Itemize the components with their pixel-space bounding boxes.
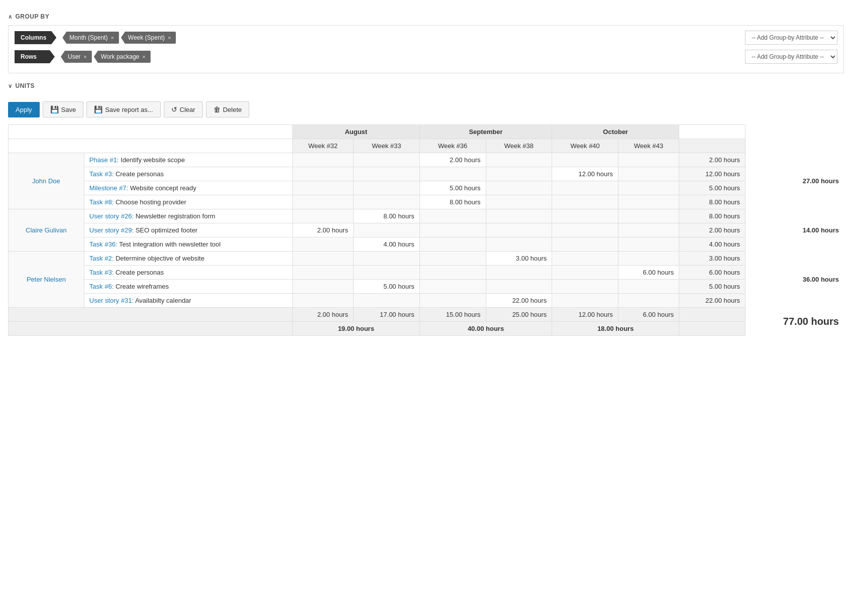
value-cell bbox=[486, 167, 552, 181]
week-header-row: Week #32 Week #33 Week #36 Week #38 Week… bbox=[9, 139, 844, 153]
columns-tag-list: Month (Spent) × Week (Spent) × bbox=[56, 32, 745, 44]
month-header-row: August September October bbox=[9, 125, 844, 139]
value-cell bbox=[552, 195, 618, 209]
columns-label: Columns bbox=[15, 31, 56, 44]
wp-link[interactable]: User story #31: bbox=[89, 297, 134, 304]
wp-desc: Create wireframes bbox=[114, 283, 169, 290]
value-cell bbox=[486, 266, 552, 280]
value-cell bbox=[353, 223, 419, 237]
wp-desc: Create personas bbox=[114, 269, 164, 276]
month-spent-remove[interactable]: × bbox=[111, 35, 114, 41]
wp-cell: Task #6: Create wireframes bbox=[84, 280, 292, 294]
week43-header: Week #43 bbox=[618, 139, 679, 153]
wp-link[interactable]: Task #6: bbox=[89, 283, 114, 290]
wp-link[interactable]: Task #3: bbox=[89, 170, 114, 178]
wp-link[interactable]: User story #26: bbox=[89, 212, 134, 220]
value-cell: 2.00 hours bbox=[419, 153, 486, 167]
table-row: Task #8: Choose hosting provider8.00 hou… bbox=[9, 195, 844, 209]
value-cell bbox=[419, 209, 486, 223]
column-total-cell: 17.00 hours bbox=[353, 308, 419, 322]
group-by-header[interactable]: ∧ GROUP BY bbox=[8, 8, 844, 25]
value-cell bbox=[353, 294, 419, 308]
columns-add-attribute[interactable]: -- Add Group-by Attribute -- bbox=[745, 31, 837, 45]
value-cell bbox=[486, 223, 552, 237]
row-total-cell: 2.00 hours bbox=[679, 223, 746, 237]
value-cell bbox=[353, 153, 419, 167]
user-tag[interactable]: User × bbox=[61, 51, 92, 63]
wp-link[interactable]: Milestone #7: bbox=[89, 184, 128, 192]
wp-cell: Phase #1: Identify website scope bbox=[84, 153, 292, 167]
month-totals-row: 19.00 hours40.00 hours18.00 hours bbox=[9, 322, 844, 336]
column-total-cell: 2.00 hours bbox=[292, 308, 353, 322]
group-by-chevron: ∧ bbox=[8, 14, 13, 20]
table-row: Task #36: Test integration with newslett… bbox=[9, 237, 844, 252]
user-total-cell: 27.00 hours bbox=[746, 153, 844, 209]
user-total-cell: 14.00 hours bbox=[746, 209, 844, 252]
october-header: October bbox=[552, 125, 679, 139]
value-cell: 5.00 hours bbox=[353, 280, 419, 294]
wp-link[interactable]: User story #29: bbox=[89, 226, 134, 234]
row-total-cell: 4.00 hours bbox=[679, 237, 746, 252]
columns-group: Columns Month (Spent) × Week (Spent) × -… bbox=[15, 31, 837, 45]
value-cell bbox=[292, 294, 353, 308]
save-report-as-label: Save report as... bbox=[105, 106, 153, 113]
month-totals-label bbox=[9, 322, 293, 336]
row-total-cell: 3.00 hours bbox=[679, 252, 746, 266]
wp-desc: Choose hosting provider bbox=[114, 198, 186, 206]
value-cell bbox=[618, 181, 679, 195]
wp-link[interactable]: Task #36: bbox=[89, 240, 118, 248]
value-cell bbox=[486, 153, 552, 167]
wp-link[interactable]: Task #2: bbox=[89, 255, 114, 262]
save-button[interactable]: 💾 Save bbox=[43, 101, 84, 117]
value-cell bbox=[292, 209, 353, 223]
week33-header: Week #33 bbox=[353, 139, 419, 153]
value-cell bbox=[292, 252, 353, 266]
user-tag-remove[interactable]: × bbox=[83, 54, 86, 60]
user-cell[interactable]: Claire Gulivan bbox=[9, 209, 84, 252]
empty-header-right bbox=[679, 125, 746, 139]
work-package-tag-remove[interactable]: × bbox=[142, 54, 145, 60]
apply-button[interactable]: Apply bbox=[8, 102, 40, 117]
wp-link[interactable]: Task #3: bbox=[89, 269, 114, 276]
month-spent-tag[interactable]: Month (Spent) × bbox=[62, 32, 119, 44]
grand-total-cell: 77.00 hours bbox=[746, 308, 844, 336]
save-report-as-button[interactable]: 💾 Save report as... bbox=[86, 101, 160, 117]
user-total-cell: 36.00 hours bbox=[746, 252, 844, 308]
units-header[interactable]: ∨ UNITS bbox=[8, 77, 844, 94]
value-cell bbox=[292, 167, 353, 181]
value-cell bbox=[552, 266, 618, 280]
week-spent-tag[interactable]: Week (Spent) × bbox=[121, 32, 176, 44]
value-cell bbox=[552, 252, 618, 266]
value-cell bbox=[486, 195, 552, 209]
week-spent-remove[interactable]: × bbox=[168, 35, 171, 41]
delete-label: Delete bbox=[223, 106, 242, 113]
wp-cell: Task #2: Determine objective of website bbox=[84, 252, 292, 266]
rows-add-attribute[interactable]: -- Add Group-by Attribute -- bbox=[745, 50, 837, 64]
wp-link[interactable]: Phase #1: bbox=[89, 156, 119, 164]
user-cell[interactable]: Peter Nielsen bbox=[9, 252, 84, 308]
empty-week-left bbox=[9, 139, 293, 153]
column-total-cell: 25.00 hours bbox=[486, 308, 552, 322]
row-total-cell: 5.00 hours bbox=[679, 280, 746, 294]
table-row: User story #31: Availabilty calendar22.0… bbox=[9, 294, 844, 308]
value-cell bbox=[618, 237, 679, 252]
value-cell bbox=[353, 167, 419, 181]
value-cell bbox=[618, 294, 679, 308]
value-cell bbox=[552, 153, 618, 167]
clear-button[interactable]: ↺ Clear bbox=[164, 101, 203, 117]
empty-header-left bbox=[9, 125, 293, 139]
value-cell bbox=[419, 167, 486, 181]
wp-link[interactable]: Task #8: bbox=[89, 198, 114, 206]
august-header: August bbox=[292, 125, 419, 139]
delete-button[interactable]: 🗑 Delete bbox=[206, 101, 250, 117]
value-cell: 22.00 hours bbox=[486, 294, 552, 308]
value-cell bbox=[292, 181, 353, 195]
work-package-tag[interactable]: Work package × bbox=[94, 51, 151, 63]
wp-desc: Availabilty calendar bbox=[134, 297, 191, 304]
empty-header-far-right bbox=[746, 125, 844, 139]
user-cell[interactable]: John Doe bbox=[9, 153, 84, 209]
wp-cell: User story #26: Newsletter registration … bbox=[84, 209, 292, 223]
table-row: User story #29: SEO optimized footer2.00… bbox=[9, 223, 844, 237]
clear-icon: ↺ bbox=[171, 105, 177, 113]
value-cell bbox=[552, 237, 618, 252]
